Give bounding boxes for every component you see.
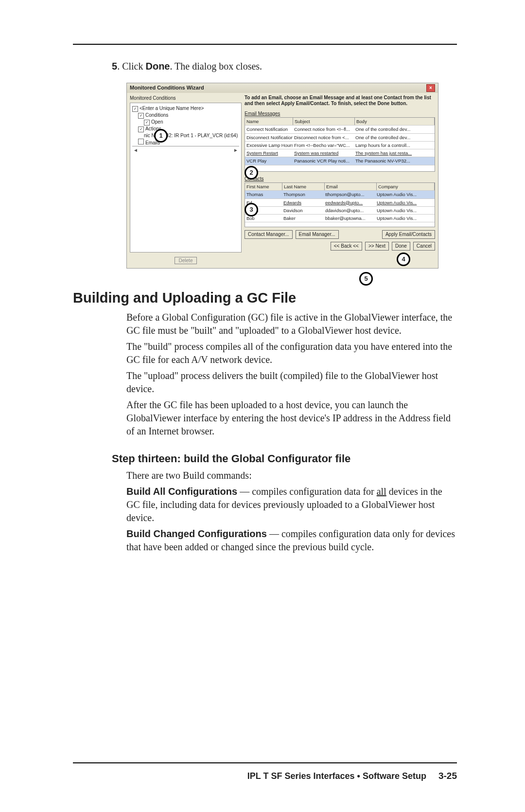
callout-marker-5: 5 xyxy=(359,272,373,286)
apply-email-contacts-button[interactable]: Apply Email/Contacts xyxy=(382,230,435,239)
section-heading: Building and Uploading a GC File xyxy=(73,288,457,308)
table-row: Excessive Lamp HoursFrom <!--Becho var="… xyxy=(245,142,435,149)
body-paragraph: The "build" process compiles all of the … xyxy=(126,340,457,366)
tree-node[interactable]: Actions xyxy=(138,126,239,132)
delete-button[interactable]: Delete xyxy=(175,257,197,264)
body-paragraph: The "upload" process delivers the built … xyxy=(126,369,457,396)
tree-node[interactable]: <Enter a Unique Name Here> xyxy=(132,105,239,112)
tree-panel-label: Monitored Conditions xyxy=(130,95,242,102)
col-body: Body xyxy=(355,118,435,125)
monitored-conditions-wizard-dialog: Monitored Conditions Wizard × Monitored … xyxy=(126,83,438,269)
page-footer: IPL T SF Series Interfaces • Software Se… xyxy=(247,770,457,783)
build-all-item: Build All Configurations — compiles conf… xyxy=(126,485,457,524)
tree-node[interactable]: Conditions xyxy=(138,112,239,119)
email-messages-label: Email Messages xyxy=(245,110,435,117)
done-button[interactable]: Done xyxy=(392,242,410,251)
step-heading: Step thirteen: build the Global Configur… xyxy=(112,451,457,467)
dialog-title: Monitored Conditions Wizard xyxy=(130,84,204,91)
step-5-instruction: 5. Click Done. The dialog box closes. xyxy=(112,59,457,73)
email-manager-button[interactable]: Email Manager... xyxy=(296,230,339,239)
callout-marker-1: 1 xyxy=(154,129,168,143)
table-row: Connect NotificationConnect notice from … xyxy=(245,126,435,133)
tree-node-emails[interactable]: Emails xyxy=(138,139,239,146)
tree-node[interactable]: Open xyxy=(144,119,239,126)
callout-marker-3: 3 xyxy=(245,203,258,217)
table-row: System RestartSystem was restartedThe sy… xyxy=(245,149,435,157)
table-row: Disconnect NotificationDisconnect notice… xyxy=(245,134,435,142)
back-button[interactable]: << Back << xyxy=(331,242,362,251)
callout-marker-2: 2 xyxy=(245,166,258,180)
footer-title: IPL T SF Series Interfaces • Software Se… xyxy=(247,771,426,781)
contacts-label: Contacts xyxy=(245,176,435,182)
col-subject: Subject xyxy=(293,118,355,125)
cancel-button[interactable]: Cancel xyxy=(413,242,435,251)
dialog-instructions: To add an Email, choose an Email Message… xyxy=(245,95,435,107)
table-row: DavidDavidsonddavidson@upto...Uptown Aud… xyxy=(245,207,435,215)
callout-marker-4: 4 xyxy=(397,253,410,266)
contact-manager-button[interactable]: Contact Manager... xyxy=(245,230,293,239)
table-row: BobBakerbbaker@uptowna...Uptown Audio Vi… xyxy=(245,215,435,222)
page-number: 3-25 xyxy=(438,771,457,781)
body-paragraph: There are two Build commands: xyxy=(126,469,457,482)
table-row-selected: VCR PlayPanasonic VCR Play noti...The Pa… xyxy=(245,157,435,165)
body-paragraph: After the GC file has been uploaded to a… xyxy=(126,398,457,438)
table-row: EdEdwardseedwards@upto...Uptown Audio Vi… xyxy=(245,199,435,207)
email-messages-table[interactable]: Name Subject Body Connect NotificationCo… xyxy=(245,117,435,172)
col-name: Name xyxy=(245,118,293,125)
contacts-table[interactable]: First Name Last Name Email Company Thoma… xyxy=(245,182,435,227)
next-button[interactable]: >> Next xyxy=(365,242,389,251)
tree-scrollbar[interactable]: ◄► xyxy=(132,146,239,153)
conditions-tree[interactable]: <Enter a Unique Name Here> Conditions Op… xyxy=(130,103,242,253)
build-changed-item: Build Changed Configurations — compiles … xyxy=(126,527,457,554)
body-paragraph: Before a Global Configuration (GC) file … xyxy=(126,311,457,337)
dialog-titlebar: Monitored Conditions Wizard × xyxy=(127,83,438,93)
table-row-selected: ThomasThompsontthompson@upto...Uptown Au… xyxy=(245,191,435,198)
close-icon[interactable]: × xyxy=(426,84,435,92)
